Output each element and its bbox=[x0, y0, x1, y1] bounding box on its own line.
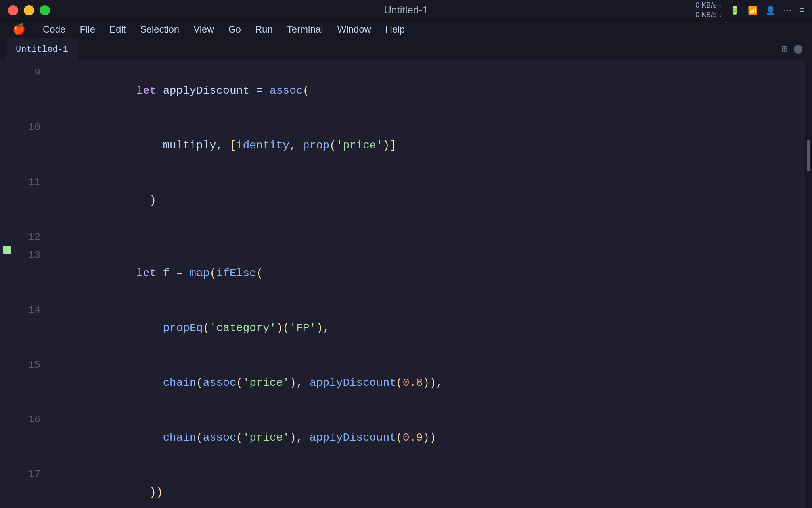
apple-menu[interactable]: 🍎 bbox=[6, 21, 32, 37]
tab-right-icons: ⊞ bbox=[782, 43, 802, 55]
maximize-button[interactable] bbox=[40, 5, 50, 15]
menu-window[interactable]: Window bbox=[331, 22, 377, 37]
line-number: 16 bbox=[14, 410, 50, 429]
menu-edit[interactable]: Edit bbox=[103, 22, 132, 37]
code-line: 16 chain(assoc('price'), applyDiscount(0… bbox=[0, 410, 805, 465]
tab-bar: Untitled-1 ⊞ bbox=[0, 38, 812, 60]
titlebar-right: 0 KB/s ↑0 KB/s ↓ 🔋 📶 👤 ⋯ ≡ bbox=[695, 1, 804, 19]
line-number: 17 bbox=[14, 465, 50, 483]
close-button[interactable] bbox=[8, 5, 18, 15]
menu-view[interactable]: View bbox=[187, 22, 220, 37]
line-content: ) bbox=[50, 173, 805, 228]
split-editor-icon[interactable]: ⊞ bbox=[782, 43, 787, 55]
code-line: 9 let applyDiscount = assoc( bbox=[0, 64, 805, 118]
menu-icon: ⋯ bbox=[783, 6, 791, 15]
code-line: 11 ) bbox=[0, 173, 805, 228]
minimize-button[interactable] bbox=[24, 5, 34, 15]
line-content: let applyDiscount = assoc( bbox=[50, 64, 805, 118]
code-line: 12 bbox=[0, 228, 805, 246]
line-number: 13 bbox=[14, 246, 50, 264]
breakpoint-indicator bbox=[3, 246, 11, 254]
line-number: 10 bbox=[14, 118, 50, 137]
line-number: 12 bbox=[14, 228, 50, 246]
tab-label: Untitled-1 bbox=[16, 44, 68, 54]
titlebar: Untitled-1 0 KB/s ↑0 KB/s ↓ 🔋 📶 👤 ⋯ ≡ bbox=[0, 0, 812, 21]
line-content: chain(assoc('price'), applyDiscount(0.9)… bbox=[50, 410, 805, 465]
menu-selection[interactable]: Selection bbox=[134, 22, 186, 37]
user-icon: 👤 bbox=[766, 6, 776, 15]
code-line: 10 multiply, [identity, prop('price')] bbox=[0, 118, 805, 173]
line-content: let f = map(ifElse( bbox=[50, 246, 805, 301]
line-number: 9 bbox=[14, 64, 50, 82]
code-line: 14 propEq('category')('FP'), bbox=[0, 301, 805, 356]
menu-help[interactable]: Help bbox=[379, 22, 411, 37]
scrollbar-thumb[interactable] bbox=[807, 140, 810, 171]
code-area[interactable]: 9 let applyDiscount = assoc( 10 multiply… bbox=[0, 60, 805, 508]
code-line: 13 let f = map(ifElse( bbox=[0, 246, 805, 301]
menu-file[interactable]: File bbox=[73, 22, 102, 37]
editor-scrollbar[interactable] bbox=[805, 60, 812, 508]
menu-run[interactable]: Run bbox=[249, 22, 279, 37]
menu-code[interactable]: Code bbox=[36, 22, 72, 37]
wifi-icon: 📶 bbox=[748, 6, 758, 15]
code-lines: 9 let applyDiscount = assoc( 10 multiply… bbox=[0, 60, 805, 508]
battery-icon: 🔋 bbox=[730, 6, 740, 15]
circle-icon bbox=[794, 45, 802, 54]
editor-main: 9 let applyDiscount = assoc( 10 multiply… bbox=[0, 60, 812, 508]
line-content: multiply, [identity, prop('price')] bbox=[50, 118, 805, 173]
window-title: Untitled-1 bbox=[384, 4, 428, 16]
line-content: chain(assoc('price'), applyDiscount(0.8)… bbox=[50, 356, 805, 410]
menu-go[interactable]: Go bbox=[222, 22, 247, 37]
code-line: 15 chain(assoc('price'), applyDiscount(0… bbox=[0, 356, 805, 410]
kb-speed: 0 KB/s ↑0 KB/s ↓ bbox=[695, 1, 722, 19]
list-icon: ≡ bbox=[799, 6, 804, 15]
line-content: propEq('category')('FP'), bbox=[50, 301, 805, 356]
line-indicator bbox=[0, 246, 14, 254]
code-line: 17 )) bbox=[0, 465, 805, 508]
line-number: 11 bbox=[14, 173, 50, 191]
menubar: 🍎 Code File Edit Selection View Go Run T… bbox=[0, 21, 812, 38]
line-number: 15 bbox=[14, 356, 50, 374]
editor-tab[interactable]: Untitled-1 bbox=[6, 38, 78, 60]
traffic-lights bbox=[8, 5, 50, 15]
line-content: )) bbox=[50, 465, 805, 508]
line-number: 14 bbox=[14, 301, 50, 319]
editor-container: Untitled-1 ⊞ 9 let applyDiscount = assoc… bbox=[0, 38, 812, 508]
menu-terminal[interactable]: Terminal bbox=[281, 22, 329, 37]
